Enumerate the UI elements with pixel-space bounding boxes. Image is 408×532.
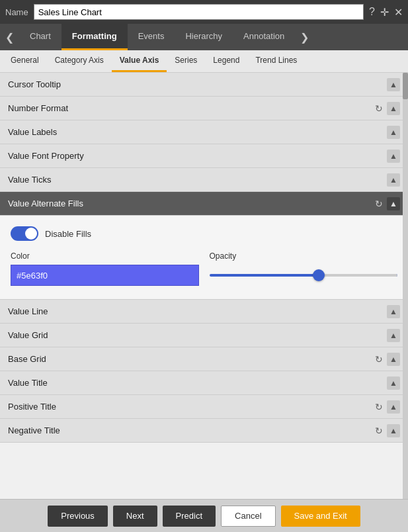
subtab-value-axis[interactable]: Value Axis [112,50,167,72]
accordion-value-grid[interactable]: Value Grid ▲ [0,324,408,347]
opacity-label: Opacity [210,251,398,261]
refresh-base-grid[interactable]: ↻ [375,354,383,365]
opacity-section: Opacity [210,251,398,286]
slider-track-inactive [319,274,397,277]
close-icon[interactable]: ✕ [394,6,403,19]
chevron-number-format[interactable]: ▲ [387,102,400,115]
refresh-positive-title[interactable]: ↻ [375,402,383,412]
subtab-category-axis[interactable]: Category Axis [47,50,112,72]
accordion-base-grid[interactable]: Base Grid ↻ ▲ [0,347,408,371]
color-section: Color #5e63f0 [11,251,199,286]
refresh-number-format[interactable]: ↻ [375,103,383,114]
tab-formatting[interactable]: Formatting [61,24,128,50]
toggle-thumb [25,228,37,240]
chevron-negative-title[interactable]: ▲ [387,424,400,437]
refresh-negative-title[interactable]: ↻ [375,425,383,436]
color-label: Color [11,251,199,261]
help-icon[interactable]: ? [369,6,375,18]
disable-fills-toggle[interactable] [11,226,38,241]
toggle-label: Disable Fills [45,229,91,239]
chevron-cursor-tooltip[interactable]: ▲ [387,78,400,91]
color-opacity-row: Color #5e63f0 Opacity [11,251,397,286]
opacity-slider-thumb[interactable] [313,269,325,281]
chevron-value-font-property[interactable]: ▲ [387,150,400,163]
accordion-value-title[interactable]: Value Title ▲ [0,371,408,395]
chevron-value-grid[interactable]: ▲ [387,329,400,342]
accordion-value-labels[interactable]: Value Labels ▲ [0,120,408,144]
chevron-value-line[interactable]: ▲ [387,305,400,318]
subtab-series[interactable]: Series [167,50,205,72]
scrollbar-track[interactable] [403,73,408,499]
subtab-trend-lines[interactable]: Trend Lines [247,50,305,72]
tab-bar: ❮ Chart Formatting Events Hierarchy Anno… [0,24,408,50]
accordion-list: Cursor Tooltip ▲ Number Format ↻ ▲ Value… [0,73,408,499]
name-label: Name [5,7,28,17]
refresh-value-alternate-fills[interactable]: ↻ [375,199,383,209]
accordion-value-font-property[interactable]: Value Font Property ▲ [0,144,408,168]
title-input[interactable] [34,4,364,20]
tab-nav-left[interactable]: ❮ [0,24,19,50]
chevron-value-ticks[interactable]: ▲ [387,173,400,187]
accordion-value-line[interactable]: Value Line ▲ [0,300,408,324]
accordion-value-alternate-fills[interactable]: Value Alternate Fills ↻ ▲ [0,192,408,216]
chevron-value-alternate-fills[interactable]: ▲ [387,197,400,210]
cancel-button[interactable]: Cancel [221,506,275,527]
accordion-cursor-tooltip[interactable]: Cursor Tooltip ▲ [0,73,408,97]
move-icon[interactable]: ✛ [380,6,389,19]
tab-nav-right[interactable]: ❯ [295,24,314,50]
chevron-base-grid[interactable]: ▲ [387,353,400,366]
accordion-value-ticks[interactable]: Value Ticks ▲ [0,168,408,192]
next-button[interactable]: Next [113,506,157,527]
accordion-positive-title[interactable]: Positive Title ↻ ▲ [0,395,408,419]
chevron-value-labels[interactable]: ▲ [387,126,400,139]
title-bar: Name ? ✛ ✕ [0,0,408,24]
accordion-number-format[interactable]: Number Format ↻ ▲ [0,97,408,120]
scrollbar-thumb[interactable] [403,73,408,99]
chevron-value-title[interactable]: ▲ [387,377,400,390]
predict-button[interactable]: Predict [163,506,216,527]
title-icons: ? ✛ ✕ [369,6,403,19]
tab-events[interactable]: Events [128,24,175,50]
previous-button[interactable]: Previous [48,506,108,527]
slider-track-full [210,274,398,277]
subtab-legend[interactable]: Legend [205,50,247,72]
accordion-negative-title[interactable]: Negative Title ↻ ▲ [0,419,408,443]
color-input[interactable]: #5e63f0 [11,265,199,286]
opacity-slider-container [210,265,398,286]
chevron-positive-title[interactable]: ▲ [387,400,400,414]
sub-tab-bar: General Category Axis Value Axis Series … [0,50,408,73]
subtab-general[interactable]: General [3,50,47,72]
tab-annotation[interactable]: Annotation [233,24,295,50]
tab-hierarchy[interactable]: Hierarchy [175,24,233,50]
footer-bar: Previous Next Predict Cancel Save and Ex… [0,499,408,532]
toggle-row: Disable Fills [11,226,397,241]
save-exit-button[interactable]: Save and Exit [281,506,360,527]
tab-chart[interactable]: Chart [19,24,61,50]
expanded-panel-value-alternate-fills: Disable Fills Color #5e63f0 Opacity [0,216,408,300]
